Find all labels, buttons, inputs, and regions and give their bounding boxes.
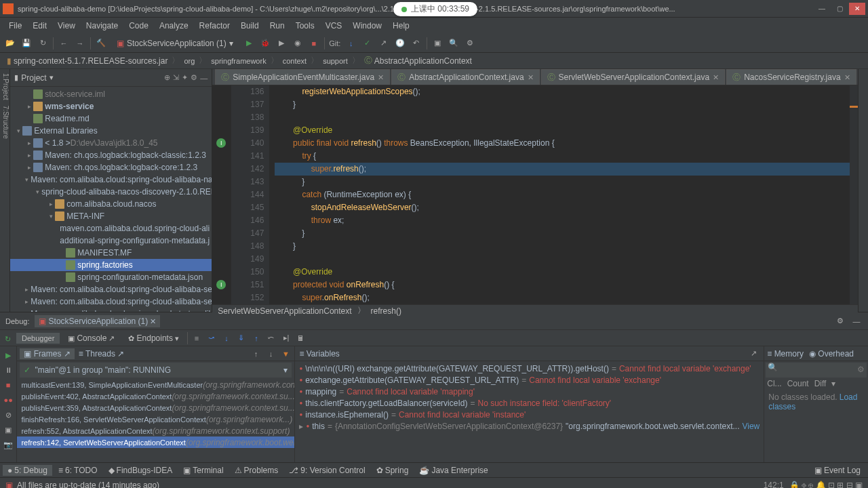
tab-close-icon[interactable]: ✕ (713, 73, 719, 82)
bottom-tab[interactable]: ◆FindBugs-IDEA (104, 465, 178, 476)
bottom-tab[interactable]: ⎇9: Version Control (284, 465, 370, 476)
editor-marker-bar[interactable] (850, 85, 858, 304)
variable-row[interactable]: ●this.clientFactory.getLoadBalancer(serv… (295, 397, 764, 409)
threads-tab[interactable]: ≡ Threads ↗ (79, 349, 125, 359)
stack-frame[interactable]: refresh:552, AbstractApplicationContext … (17, 425, 294, 436)
refresh-icon[interactable]: ↻ (37, 37, 49, 49)
settings-icon[interactable]: ⚙ (464, 37, 476, 49)
menu-analyze[interactable]: Analyze (155, 20, 193, 32)
tree-item[interactable]: ▸Maven: ch.qos.logback:logback-core:1.2.… (10, 161, 212, 174)
tree-item[interactable]: ▸Maven: ch.qos.logback:logback-classic:1… (10, 149, 212, 161)
variable-row[interactable]: ●exchange.getAttribute(GATEWAY_REQUEST_U… (295, 374, 764, 386)
breadcrumb-2[interactable]: springframework (208, 57, 269, 65)
bottom-tab[interactable]: ≡6: TODO (54, 465, 102, 476)
save-icon[interactable]: 💾 (20, 37, 33, 49)
commit-icon[interactable]: ✓ (361, 37, 374, 49)
menu-edit[interactable]: Edit (28, 20, 52, 32)
step-out-icon[interactable]: ↑ (250, 332, 262, 344)
forward-icon[interactable]: → (74, 37, 86, 49)
editor-tab[interactable]: ⒸAbstractApplicationContext.java✕ (391, 69, 539, 85)
tree-item[interactable]: ▸com.alibaba.cloud.nacos (10, 198, 212, 210)
run-icon[interactable]: ▶ (243, 37, 255, 49)
editor-tab[interactable]: ⒸServletWebServerApplicationContext.java… (541, 69, 726, 85)
left-tool-gutter[interactable]: 1:Project 7:Structure (0, 69, 10, 312)
editor-tab[interactable]: ⒸNacosServiceRegistry.java✕ (726, 69, 856, 85)
build-icon[interactable]: 🔨 (95, 37, 107, 49)
settings-gear-icon[interactable]: ⚙ (191, 73, 197, 82)
tree-item[interactable]: ▾External Libraries (10, 125, 212, 137)
code-breadcrumb-1[interactable]: refresh() (371, 306, 401, 316)
menu-tools[interactable]: Tools (291, 20, 319, 32)
menu-build[interactable]: Build (236, 20, 264, 32)
project-panel-title[interactable]: ▮ Project ▾ (14, 73, 161, 83)
debug-hide-icon[interactable]: — (850, 315, 863, 327)
endpoints-tab[interactable]: ✿ Endpoints ▾ (123, 332, 184, 344)
stack-frame[interactable]: publishEvent:402, AbstractApplicationCon… (17, 390, 294, 402)
menu-view[interactable]: View (53, 20, 80, 32)
mute-bp-icon[interactable]: ⊘ (2, 409, 14, 421)
variable-row[interactable]: ▸●this = {AnnotationConfigServletWebServ… (295, 420, 764, 432)
tree-item[interactable]: ▸wms-service (10, 100, 212, 113)
structure-icon[interactable]: ▣ (431, 37, 443, 49)
code-breadcrumb-0[interactable]: ServletWebServerApplicationContext (218, 306, 351, 316)
bottom-tab[interactable]: ⚠Problems (230, 465, 283, 476)
camera-icon[interactable]: 📷 (2, 439, 14, 451)
tree-item[interactable]: stock-service.iml (10, 88, 212, 100)
memory-search[interactable]: 🔍⚙ (766, 363, 867, 378)
tree-item[interactable]: MANIFEST.MF (10, 247, 212, 259)
bottom-tab[interactable]: ☕Java Enterprise (414, 465, 492, 476)
collapse-icon[interactable]: ✦ (182, 73, 188, 82)
stack-frame[interactable]: publishEvent:359, AbstractApplicationCon… (17, 402, 294, 413)
debug-run-tab[interactable]: ▣ StockServiceApplication (1) ✕ (35, 315, 160, 327)
project-tree[interactable]: stock-service.iml▸wms-serviceReadme.md▾E… (10, 87, 212, 312)
tab-close-icon[interactable]: ✕ (844, 73, 850, 82)
tree-item[interactable]: spring-configuration-metadata.json (10, 271, 212, 283)
code-editor[interactable]: registerWebApplicationScopes(); } @Overr… (269, 85, 857, 304)
console-tab[interactable]: ▣ Console ↗ (62, 332, 120, 344)
drop-frame-icon[interactable]: ⤺ (265, 332, 277, 344)
debug-settings-icon[interactable]: ⚙ (834, 315, 846, 327)
minimize-button[interactable]: — (814, 3, 830, 15)
push-icon[interactable]: ↗ (378, 37, 390, 49)
override-gutter-icon[interactable]: I (216, 138, 226, 148)
breadcrumb-0[interactable]: ▮spring-context-5.1.7.RELEASE-sources.ja… (4, 56, 170, 66)
maximize-button[interactable]: ▢ (831, 3, 848, 15)
memory-tab[interactable]: ≡ Memory (767, 349, 804, 359)
variable-row[interactable]: ●mapping = Cannot find local variable 'm… (295, 386, 764, 397)
evaluate-icon[interactable]: 🖩 (295, 332, 307, 344)
revert-icon[interactable]: ↶ (410, 37, 422, 49)
thread-selector[interactable]: ✓"main"@1 in group "main": RUNNING▾ (20, 363, 292, 378)
run-to-cursor-icon[interactable]: ▸| (280, 332, 292, 344)
layout-icon[interactable]: ▣ (2, 424, 14, 436)
menu-code[interactable]: Code (124, 20, 153, 32)
filter-icon[interactable]: ▼ (279, 348, 292, 360)
tree-item[interactable]: spring.factories (10, 259, 212, 271)
back-icon[interactable]: ← (58, 37, 70, 49)
stack-frame[interactable]: finishRefresh:166, ServletWebServerAppli… (17, 413, 294, 425)
tab-close-icon[interactable]: ✕ (528, 73, 534, 82)
profile-icon[interactable]: ◉ (292, 37, 304, 49)
menu-help[interactable]: Help (388, 20, 414, 32)
pause-icon[interactable]: ⏸ (2, 364, 14, 376)
rerun-icon[interactable]: ↻ (1, 333, 14, 346)
next-frame-icon[interactable]: ↓ (264, 348, 277, 360)
menu-window[interactable]: Window (348, 20, 387, 32)
tree-item[interactable]: ▸Maven: com.alibaba.cloud:spring-cloud-a… (10, 283, 212, 296)
tree-item[interactable]: Readme.md (10, 113, 212, 125)
breadcrumb-1[interactable]: org (181, 57, 197, 65)
right-tool-gutter[interactable] (858, 69, 868, 312)
tree-item[interactable]: additional-spring-configuration-metadata… (10, 235, 212, 247)
frames-tab[interactable]: ▣ Frames ↗ (20, 348, 74, 359)
force-step-icon[interactable]: ⇓ (235, 332, 248, 344)
tree-item[interactable]: maven.com.alibaba.cloud.spring-cloud-ali (10, 222, 212, 235)
bottom-tab[interactable]: ✿Spring (372, 465, 414, 476)
stop2-icon[interactable]: ■ (2, 379, 14, 391)
overhead-tab[interactable]: ◉ Overhead (809, 349, 854, 359)
expand-all-icon[interactable]: ⇲ (173, 73, 179, 82)
vars-more-icon[interactable]: ↗ (747, 348, 760, 360)
tree-item[interactable]: ▸Maven: com.alibaba.cloud:spring-cloud-a… (10, 296, 212, 308)
history-icon[interactable]: 🕐 (394, 37, 406, 49)
caret-position[interactable]: 142:1 (764, 481, 784, 489)
variable-row[interactable]: ●\n\n\n\n((URI) exchange.getAttribute(GA… (295, 363, 764, 374)
update-icon[interactable]: ↓ (345, 37, 357, 49)
